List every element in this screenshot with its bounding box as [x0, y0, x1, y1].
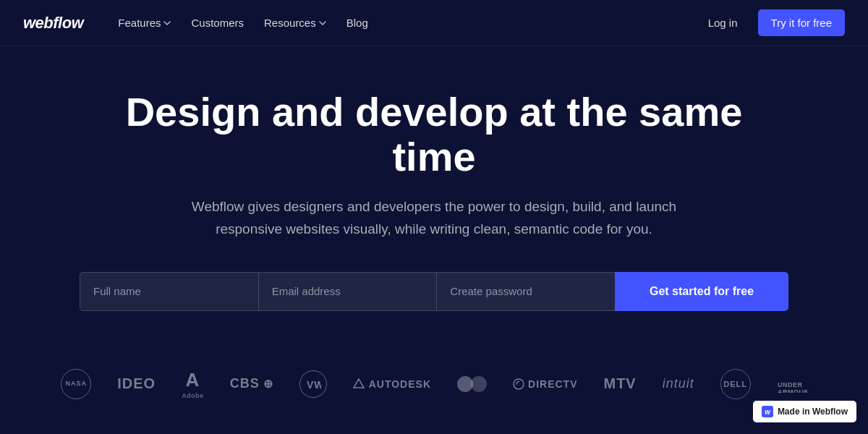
hero-subtitle: Webflow gives designers and developers t…	[181, 196, 687, 240]
list-item: AUTODESK	[353, 378, 431, 390]
password-input[interactable]	[436, 272, 615, 311]
list-item: UNDER ARMOUR	[777, 375, 807, 393]
ideo-logo: IDEO	[117, 375, 156, 392]
list-item: A Adobe	[182, 369, 204, 399]
nav-blog[interactable]: Blog	[338, 11, 377, 35]
try-free-button[interactable]: Try it for free	[758, 9, 845, 36]
nav-resources[interactable]: Resources	[255, 11, 335, 35]
nav-features-label: Features	[118, 17, 161, 29]
submit-button[interactable]: Get started for free	[615, 272, 788, 311]
webflow-badge-icon: w	[762, 406, 773, 417]
list-item: VW	[299, 370, 327, 398]
cbs-logo: CBS	[230, 376, 260, 391]
list-item: DELL	[720, 369, 751, 399]
svg-point-1	[514, 379, 524, 389]
logos-bar: NASA IDEO A Adobe CBS ⊕ VW AUTODESK	[0, 340, 868, 399]
under-armour-logo: UNDER ARMOUR	[777, 375, 807, 393]
nasa-logo: NASA	[61, 369, 91, 399]
signup-form: Get started for free	[80, 272, 788, 311]
chevron-down-icon	[319, 20, 326, 27]
dell-logo: DELL	[720, 369, 751, 399]
cbs-circle-icon: ⊕	[263, 377, 273, 391]
list-item: NASA	[61, 369, 91, 399]
nav-customers-label: Customers	[191, 17, 244, 29]
list-item: CBS ⊕	[230, 376, 273, 391]
svg-text:UNDER: UNDER	[778, 381, 803, 388]
mtv-logo: MTV	[603, 375, 636, 392]
badge-label: Made in Webflow	[778, 407, 848, 417]
nav-features[interactable]: Features	[109, 11, 179, 35]
intuit-logo: intuit	[663, 376, 694, 391]
hero-title: Design and develop at the same time	[109, 90, 760, 179]
autodesk-logo: AUTODESK	[369, 378, 431, 390]
hero-section: Design and develop at the same time Webf…	[0, 46, 868, 340]
fullname-input[interactable]	[80, 272, 258, 311]
nav-actions: Log in Try it for free	[699, 9, 845, 36]
mastercard-logo-overlap	[471, 376, 487, 392]
list-item: MTV	[603, 375, 636, 392]
list-item: intuit	[663, 376, 694, 391]
directv-logo: DIRECTV	[528, 378, 577, 390]
nav-resources-label: Resources	[264, 17, 316, 29]
directv-icon	[513, 378, 524, 390]
list-item: IDEO	[117, 375, 156, 392]
nav-blog-label: Blog	[346, 17, 368, 29]
navbar: webflow Features Customers Resources Blo…	[0, 0, 868, 46]
nav-customers[interactable]: Customers	[182, 11, 252, 35]
logo[interactable]: webflow	[23, 14, 83, 33]
svg-text:VW: VW	[307, 379, 321, 391]
chevron-down-icon	[163, 20, 171, 27]
made-in-webflow-badge[interactable]: w Made in Webflow	[753, 401, 856, 422]
list-item	[457, 376, 487, 392]
vw-logo: VW	[299, 370, 327, 398]
login-button[interactable]: Log in	[699, 11, 746, 35]
autodesk-icon	[353, 378, 365, 390]
svg-text:ARMOUR: ARMOUR	[778, 388, 807, 393]
adobe-logo: A	[186, 369, 200, 391]
adobe-label: Adobe	[182, 392, 204, 399]
email-input[interactable]	[258, 272, 437, 311]
nav-links: Features Customers Resources Blog	[109, 11, 699, 35]
list-item: DIRECTV	[513, 378, 577, 390]
